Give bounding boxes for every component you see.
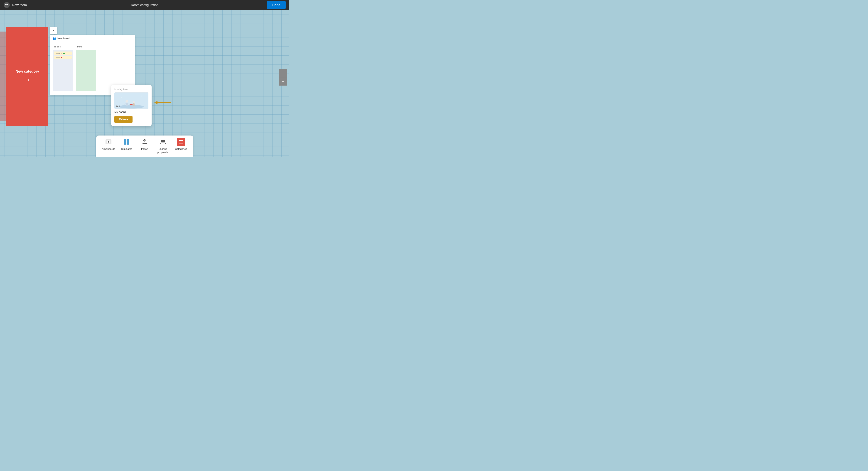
- card-task2-label: Task 2: [55, 57, 60, 58]
- svg-rect-10: [133, 103, 134, 106]
- new-category-arrow-icon: →: [24, 76, 31, 84]
- templates-icon: [123, 138, 131, 146]
- popup-board-label: 3A0: [116, 105, 120, 108]
- done-button[interactable]: Done: [267, 1, 286, 9]
- toolbar-item-categories[interactable]: Categories: [174, 138, 188, 150]
- toolbar-item-new-boards[interactable]: New boards: [102, 138, 115, 150]
- svg-point-26: [163, 140, 165, 142]
- status-dot-red: [61, 57, 62, 58]
- sharing-proposals-label: Sharing proposals: [156, 147, 170, 154]
- templates-label: Templates: [121, 147, 132, 150]
- svg-point-9: [132, 101, 135, 103]
- header: New room Room configuration Done: [0, 0, 289, 10]
- bottom-toolbar: New boards Templates: [96, 136, 193, 157]
- svg-point-0: [4, 2, 10, 8]
- arrow-head-icon: [154, 101, 157, 105]
- popup-from-label: from My team: [114, 88, 148, 91]
- edit-icon: ✏: [61, 52, 62, 54]
- sharing-proposals-icon: [159, 138, 167, 146]
- header-left: New room: [4, 2, 27, 8]
- import-icon: [141, 138, 149, 146]
- app-name: New room: [12, 3, 27, 7]
- new-boards-icon: [104, 138, 113, 146]
- svg-rect-6: [126, 102, 128, 106]
- refuse-button[interactable]: Refuse: [114, 116, 132, 123]
- svg-point-25: [161, 140, 163, 142]
- card-task1: Task 1 ✏: [54, 52, 72, 55]
- status-dot-green: [63, 53, 65, 54]
- svg-point-1: [5, 4, 7, 5]
- kanban-col-done: Done: [76, 45, 96, 91]
- svg-point-14: [137, 99, 137, 100]
- zoom-in-button[interactable]: +: [279, 69, 287, 77]
- toolbar-item-import[interactable]: Import: [138, 138, 152, 150]
- card-task2: Task 2: [54, 56, 72, 59]
- board-tab-icon: 👥: [53, 37, 56, 40]
- close-button[interactable]: ×: [50, 27, 57, 34]
- col-header-done: Done: [76, 45, 96, 49]
- new-category-label: New category: [16, 69, 39, 73]
- canvas-area: New category → × 👥 New board To do ! Tas…: [0, 10, 289, 157]
- svg-point-12: [121, 97, 122, 97]
- svg-rect-23: [143, 143, 147, 144]
- popup-card: from My team 3A: [111, 85, 152, 126]
- popup-board-image: 3A0: [114, 92, 148, 109]
- categories-icon: [177, 138, 185, 146]
- svg-point-2: [7, 4, 8, 5]
- board-tab: 👥 New board: [50, 35, 135, 42]
- kanban-col-todo: To do ! Task 1 ✏ Task 2: [53, 45, 73, 91]
- col-body-todo: Task 1 ✏ Task 2: [53, 50, 73, 91]
- app-logo: [4, 2, 10, 8]
- new-boards-label: New boards: [102, 147, 115, 150]
- card-task1-label: Task 1: [55, 53, 60, 54]
- toolbar-item-templates[interactable]: Templates: [120, 138, 133, 150]
- zoom-controls: + −: [279, 69, 287, 86]
- categories-label: Categories: [175, 147, 187, 150]
- svg-point-13: [142, 96, 142, 96]
- new-category-panel[interactable]: New category →: [6, 27, 48, 126]
- svg-rect-11: [130, 104, 132, 105]
- arrow-line: [157, 102, 171, 103]
- col-body-done: [76, 50, 96, 91]
- import-label: Import: [141, 147, 148, 150]
- board-tab-label: New board: [57, 37, 69, 40]
- arrow-indicator: [154, 101, 171, 105]
- svg-rect-20: [127, 139, 129, 142]
- toolbar-item-sharing-proposals[interactable]: Sharing proposals: [156, 138, 170, 154]
- svg-rect-21: [124, 142, 126, 145]
- popup-board-name: My board: [114, 111, 148, 114]
- svg-point-4: [119, 105, 144, 109]
- page-title: Room configuration: [131, 3, 158, 7]
- svg-point-5: [125, 100, 128, 102]
- zoom-out-button[interactable]: −: [279, 78, 287, 86]
- col-header-todo: To do !: [53, 45, 73, 49]
- svg-rect-19: [124, 139, 126, 142]
- svg-rect-22: [127, 142, 129, 145]
